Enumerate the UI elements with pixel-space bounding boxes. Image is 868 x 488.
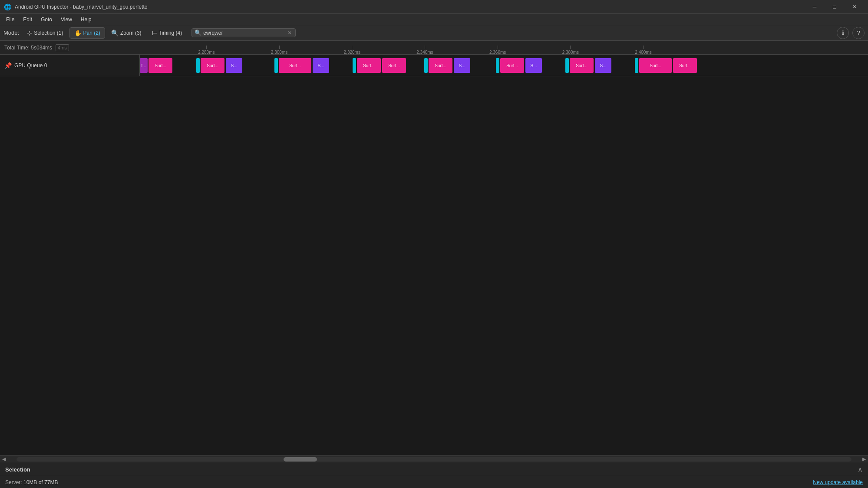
track-name-gpu0: GPU Queue 0 — [14, 62, 47, 69]
gpu-block[interactable]: Surf... — [429, 58, 452, 73]
selection-icon: ⊹ — [27, 29, 32, 36]
search-container: 🔍 ✕ — [191, 28, 296, 37]
scrollbar-track — [17, 457, 851, 462]
tick-mark: 2,380ms — [562, 46, 579, 55]
timeline-ticks: 2,280ms2,300ms2,320ms2,340ms2,360ms2,380… — [140, 41, 868, 55]
server-label: Server: — [5, 479, 23, 485]
tick-mark: 2,400ms — [635, 46, 651, 55]
update-link[interactable]: New update available — [813, 479, 863, 485]
search-clear-button[interactable]: ✕ — [287, 30, 293, 36]
mode-timing[interactable]: ⊢ Timing (4) — [148, 28, 187, 38]
info-button[interactable]: ℹ — [837, 27, 849, 39]
gpu-block[interactable]: Surf... — [201, 58, 224, 73]
gpu-block[interactable] — [635, 58, 638, 73]
maximize-button[interactable]: □ — [825, 0, 845, 14]
selection-title: Selection — [5, 466, 30, 473]
mode-zoom-label: Zoom (3) — [120, 30, 142, 36]
app-icon: 🌐 — [3, 3, 11, 11]
minimize-button[interactable]: ─ — [805, 0, 825, 14]
timing-icon: ⊢ — [152, 29, 157, 36]
tick-mark: 2,360ms — [489, 46, 506, 55]
gpu-block[interactable]: Surf... — [500, 58, 524, 73]
tick-mark: 2,300ms — [271, 46, 287, 55]
gpu-block[interactable] — [424, 58, 428, 73]
zoom-icon: 🔍 — [111, 29, 119, 36]
track-row-gpu0: 📌 GPU Queue 0 f...Surf...Surf...S...Surf… — [0, 55, 868, 76]
track-area: 📌 GPU Queue 0 f...Surf...Surf...S...Surf… — [0, 55, 868, 455]
track-label-gpu0: 📌 GPU Queue 0 — [0, 55, 140, 76]
gpu-block[interactable]: Surf... — [382, 58, 406, 73]
mode-pan[interactable]: ✋ Pan (2) — [69, 27, 105, 39]
menu-help[interactable]: Help — [76, 15, 96, 24]
gpu-block[interactable]: S... — [525, 58, 542, 73]
menubar: File Edit Goto View Help — [0, 14, 868, 25]
mode-pan-label: Pan (2) — [83, 30, 100, 36]
settings-button[interactable]: ? — [852, 27, 865, 39]
scrollbar-thumb[interactable] — [284, 457, 317, 462]
gpu-block[interactable]: Surf... — [149, 58, 172, 73]
gpu-block[interactable]: S... — [454, 58, 470, 73]
mode-label: Mode: — [3, 29, 19, 36]
bottom-panel-header: Selection ∧ — [0, 463, 868, 476]
server-value: 10MB of 77MB — [23, 479, 58, 485]
menu-edit[interactable]: Edit — [19, 15, 36, 24]
bottom-panel-content: Server: 10MB of 77MB New update availabl… — [0, 476, 868, 488]
search-input[interactable] — [203, 30, 287, 36]
pan-icon: ✋ — [74, 29, 82, 36]
timeline-total: Total Time: 5s034ms 4ms — [0, 44, 140, 51]
mode-selection-label: Selection (1) — [34, 30, 63, 36]
scroll-left-button[interactable]: ◀ — [0, 455, 8, 463]
scale-label: 4ms — [56, 44, 69, 51]
gpu-block[interactable]: S... — [226, 58, 242, 73]
bottom-panel: Selection ∧ Server: 10MB of 77MB New upd… — [0, 463, 868, 488]
scroll-right-button[interactable]: ▶ — [860, 455, 868, 463]
gpu-block[interactable]: Surf... — [673, 58, 697, 73]
gpu-block[interactable]: Surf... — [279, 58, 311, 73]
mode-zoom[interactable]: 🔍 Zoom (3) — [107, 28, 146, 38]
tick-mark: 2,320ms — [344, 46, 360, 55]
timeline-header: Total Time: 5s034ms 4ms 2,280ms2,300ms2,… — [0, 41, 868, 55]
gpu-block[interactable] — [196, 58, 200, 73]
gpu-block[interactable]: Surf... — [357, 58, 381, 73]
total-time-label: Total Time: 5s034ms — [4, 45, 52, 51]
gpu-block[interactable] — [274, 58, 278, 73]
titlebar: 🌐 Android GPU Inspector - baby_marvel_un… — [0, 0, 868, 14]
gpu-block[interactable] — [565, 58, 569, 73]
tick-mark: 2,340ms — [416, 46, 433, 55]
gpu-block[interactable] — [353, 58, 356, 73]
gpu-block[interactable]: Surf... — [639, 58, 672, 73]
menu-goto[interactable]: Goto — [36, 15, 56, 24]
collapse-button[interactable]: ∧ — [858, 465, 863, 474]
server-info: Server: 10MB of 77MB — [5, 479, 58, 485]
gpu-block[interactable]: S... — [595, 58, 611, 73]
gpu-block[interactable]: Surf... — [570, 58, 594, 73]
close-button[interactable]: ✕ — [845, 0, 865, 14]
search-icon: 🔍 — [195, 29, 201, 36]
gpu-block[interactable] — [496, 58, 499, 73]
mode-timing-label: Timing (4) — [159, 30, 182, 36]
mode-selection[interactable]: ⊹ Selection (1) — [23, 28, 67, 38]
menu-view[interactable]: View — [56, 15, 76, 24]
gpu-block[interactable]: f... — [140, 58, 148, 73]
gpu-block[interactable]: S... — [313, 58, 329, 73]
scrollbar-container: ◀ ▶ — [0, 455, 868, 463]
toolbar: Mode: ⊹ Selection (1) ✋ Pan (2) 🔍 Zoom (… — [0, 25, 868, 41]
main-content: Total Time: 5s034ms 4ms 2,280ms2,300ms2,… — [0, 41, 868, 488]
track-content-gpu0[interactable]: f...Surf...Surf...S...Surf...S...Surf...… — [140, 55, 868, 76]
pin-icon: 📌 — [4, 62, 12, 69]
window-title: Android GPU Inspector - baby_marvel_unit… — [15, 4, 805, 10]
menu-file[interactable]: File — [2, 15, 19, 24]
window-controls: ─ □ ✕ — [805, 0, 865, 14]
tick-mark: 2,280ms — [198, 46, 215, 55]
